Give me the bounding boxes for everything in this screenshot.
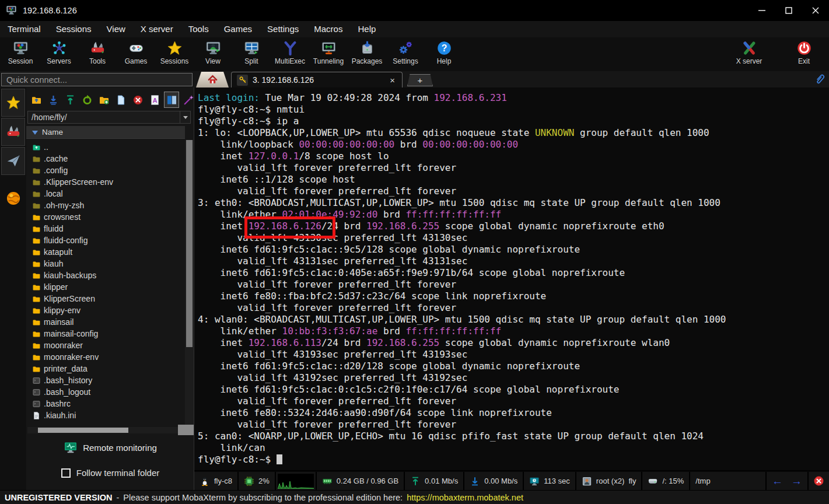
- toolbar-session-button[interactable]: Session: [1, 40, 40, 65]
- file-row[interactable]: moonraker-env: [26, 351, 185, 363]
- status-close-button[interactable]: [809, 472, 829, 490]
- toolbar-packages-button[interactable]: Packages: [348, 40, 386, 65]
- toolbar-servers-button[interactable]: Servers: [40, 40, 78, 65]
- menu-macros[interactable]: Macros: [306, 21, 350, 37]
- close-button[interactable]: [802, 0, 829, 21]
- filetb-parent-folder-button[interactable]: [29, 92, 44, 108]
- toolbar-sessions-button[interactable]: Sessions: [155, 40, 194, 65]
- vertical-scrollbar-thumb[interactable]: [186, 140, 193, 347]
- new-tab-button[interactable]: +: [407, 74, 433, 86]
- file-row[interactable]: .cache: [26, 153, 185, 164]
- file-row[interactable]: .bash_history: [26, 374, 185, 386]
- follow-terminal-folder-row[interactable]: Follow terminal folder: [26, 468, 194, 478]
- file-name: .kiauh.ini: [44, 411, 76, 420]
- filetb-dual-panel-button[interactable]: [164, 92, 179, 108]
- file-row[interactable]: KlipperScreen: [26, 293, 185, 304]
- file-row[interactable]: .bash_logout: [26, 386, 185, 398]
- tools-knife-icon: [6, 124, 21, 139]
- file-row[interactable]: .kiauh.ini: [26, 410, 185, 421]
- maximize-button[interactable]: [775, 0, 802, 21]
- strip-sessions-star-tab[interactable]: [1, 89, 25, 117]
- horizontal-scrollbar-thumb[interactable]: [38, 428, 128, 433]
- menu-tools[interactable]: Tools: [181, 21, 216, 37]
- nav-forward-icon[interactable]: →: [791, 475, 802, 488]
- menu-bar: TerminalSessionsViewX serverToolsGamesSe…: [0, 21, 829, 37]
- follow-checkbox[interactable]: [61, 468, 71, 478]
- filetb-delete-button[interactable]: [130, 92, 145, 108]
- hidden-folder-icon: [32, 178, 41, 187]
- menu-games[interactable]: Games: [216, 21, 260, 37]
- toolbar-tools-button[interactable]: Tools: [78, 40, 117, 65]
- toolbar-help-button[interactable]: ?Help: [425, 40, 463, 65]
- file-row[interactable]: kiauh: [26, 258, 185, 270]
- globe-icon: [5, 190, 22, 206]
- filetb-download-button[interactable]: [46, 92, 61, 108]
- menu-terminal[interactable]: Terminal: [0, 21, 48, 37]
- file-row[interactable]: .config: [26, 164, 185, 176]
- toolbar-games-button[interactable]: Games: [117, 40, 155, 65]
- minimize-button[interactable]: [748, 0, 775, 21]
- file-row[interactable]: fluidd: [26, 223, 185, 235]
- file-row[interactable]: klippy-env: [26, 304, 185, 316]
- filetb-new-folder-button[interactable]: [96, 92, 111, 108]
- file-list: ...cache.config.KlipperScreen-env.local.…: [26, 141, 185, 422]
- path-dropdown-icon[interactable]: [180, 111, 190, 123]
- toolbar-x-server-button[interactable]: X server: [730, 40, 768, 65]
- path-bar[interactable]: /home/fly/: [27, 111, 191, 124]
- tab-home[interactable]: [196, 72, 229, 88]
- file-row[interactable]: fluidd-config: [26, 235, 185, 246]
- toolbar-split-button[interactable]: Split: [232, 40, 271, 65]
- file-row[interactable]: ..: [26, 141, 185, 153]
- svg-text:A: A: [152, 97, 157, 104]
- menu-x-server[interactable]: X server: [133, 21, 181, 37]
- horizontal-scrollbar[interactable]: [27, 427, 178, 433]
- toolbar-settings-button[interactable]: Settings: [386, 40, 425, 65]
- disk-icon: [648, 476, 658, 487]
- status-segment-113-sec: 113 sec: [524, 472, 576, 490]
- tab-session[interactable]: 3. 192.168.6.126 ×: [231, 72, 403, 88]
- strip-tools-knife-tab[interactable]: [1, 118, 25, 146]
- toolbar-multiexec-button[interactable]: MultiExec: [271, 40, 309, 65]
- remote-monitoring-button[interactable]: Remote monitoring: [26, 440, 194, 454]
- toolbar-tunneling-button[interactable]: Tunneling: [309, 40, 348, 65]
- filetb-text-editor-button[interactable]: A: [147, 92, 162, 108]
- file-row[interactable]: mainsail: [26, 316, 185, 328]
- menu-settings[interactable]: Settings: [260, 21, 306, 37]
- footer-separator: -: [117, 493, 120, 502]
- file-row[interactable]: .oh-my-zsh: [26, 200, 185, 211]
- paperclip-icon[interactable]: [813, 73, 825, 85]
- toolbar-right-group: X serverExit: [730, 40, 823, 65]
- file-row[interactable]: kiauh-backups: [26, 270, 185, 281]
- menu-view[interactable]: View: [99, 21, 133, 37]
- file-list-header[interactable]: Name: [26, 126, 185, 139]
- file-name: .bashrc: [44, 399, 71, 408]
- file-row[interactable]: crowsnest: [26, 211, 185, 223]
- toolbar-exit-button[interactable]: Exit: [785, 40, 823, 65]
- file-row[interactable]: moonraker: [26, 340, 185, 351]
- strip-macros-plane-tab[interactable]: [1, 147, 25, 175]
- menu-sessions[interactable]: Sessions: [48, 21, 99, 37]
- terminal[interactable]: Last login: Tue Mar 19 02:49:28 2024 fro…: [194, 88, 829, 470]
- menu-help[interactable]: Help: [350, 21, 383, 37]
- file-row[interactable]: .bashrc: [26, 398, 185, 410]
- file-row[interactable]: .local: [26, 188, 185, 200]
- system-file-icon: [32, 388, 41, 397]
- nav-back-icon[interactable]: ←: [772, 475, 783, 488]
- file-row[interactable]: .KlipperScreen-env: [26, 176, 185, 188]
- filetb-new-file-button[interactable]: [113, 92, 128, 108]
- quick-connect-input[interactable]: [1, 73, 193, 86]
- strip-globe-tab[interactable]: [0, 183, 26, 214]
- file-row[interactable]: katapult: [26, 246, 185, 258]
- file-row[interactable]: klipper: [26, 281, 185, 293]
- folder-icon: [32, 248, 41, 257]
- status-segment-fly-c8: fly-c8: [194, 472, 239, 490]
- toolbar-view-button[interactable]: View: [194, 40, 232, 65]
- tab-close-icon[interactable]: ×: [388, 75, 397, 85]
- file-row[interactable]: mainsail-config: [26, 328, 185, 340]
- vertical-scrollbar[interactable]: [185, 140, 194, 425]
- footer-link[interactable]: https://mobaxterm.mobatek.net: [407, 493, 523, 502]
- file-row[interactable]: printer_data: [26, 363, 185, 374]
- folder-icon: [32, 330, 41, 338]
- filetb-upload-button[interactable]: [62, 92, 78, 108]
- filetb-refresh-button[interactable]: [79, 92, 95, 108]
